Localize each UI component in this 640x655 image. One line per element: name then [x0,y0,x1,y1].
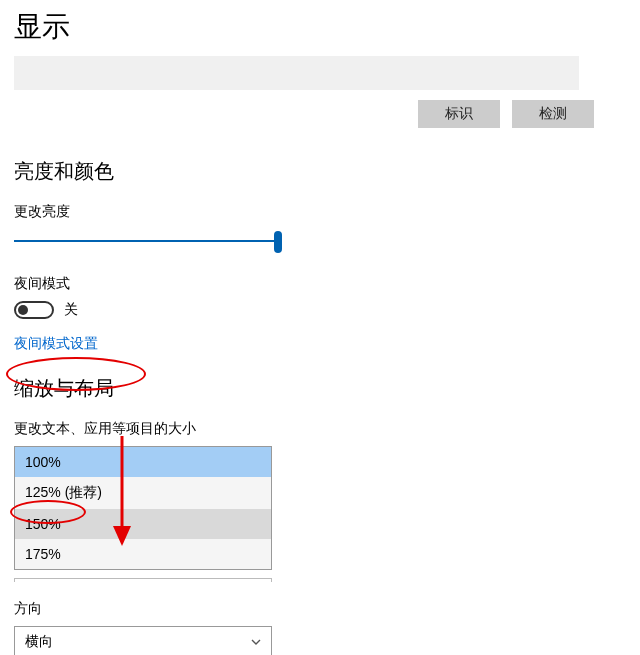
identify-button[interactable]: 标识 [418,100,500,128]
orientation-select[interactable]: 横向 [14,626,272,655]
night-mode-label: 夜间模式 [14,275,626,293]
page-title: 显示 [14,0,626,52]
display-preview [14,56,579,90]
slider-track [14,240,282,242]
slider-thumb[interactable] [274,231,282,253]
night-mode-toggle[interactable] [14,301,54,319]
scale-label: 更改文本、应用等项目的大小 [14,420,626,438]
scale-option-150[interactable]: 150% [15,509,271,539]
scale-option-125[interactable]: 125% (推荐) [15,477,271,509]
scale-dropdown-edge [14,578,272,582]
brightness-section-heading: 亮度和颜色 [14,158,626,185]
scale-section-heading: 缩放与布局 [14,375,626,402]
detect-button[interactable]: 检测 [512,100,594,128]
night-mode-settings-link[interactable]: 夜间模式设置 [14,335,626,353]
scale-option-175[interactable]: 175% [15,539,271,569]
scale-option-100[interactable]: 100% [15,447,271,477]
night-mode-state: 关 [64,301,78,319]
scale-dropdown[interactable]: 100% 125% (推荐) 150% 175% [14,446,272,570]
toggle-knob [18,305,28,315]
display-actions: 标识 检测 [14,100,626,128]
chevron-down-icon [251,637,261,647]
orientation-label: 方向 [14,600,626,618]
brightness-slider[interactable] [14,229,282,253]
orientation-value: 横向 [25,633,53,651]
brightness-label: 更改亮度 [14,203,626,221]
